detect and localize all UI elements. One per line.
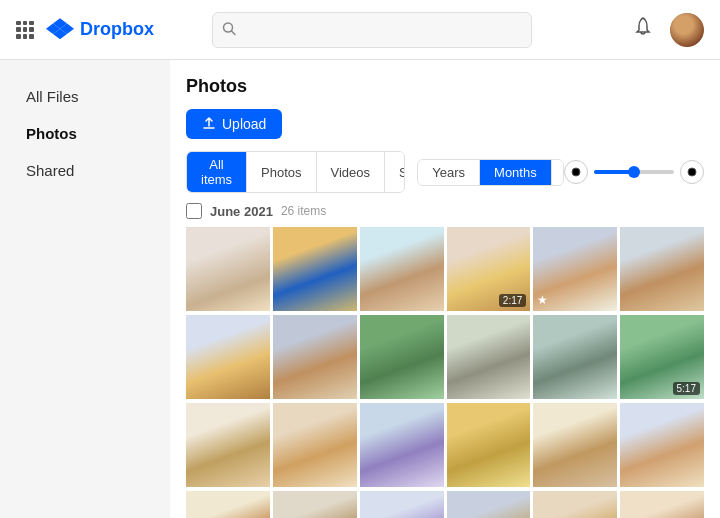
- app-grid-icon[interactable]: [16, 21, 34, 39]
- photo-item[interactable]: [533, 315, 617, 399]
- grid-dot: [29, 21, 34, 26]
- avatar[interactable]: [670, 13, 704, 47]
- filter-videos[interactable]: Videos: [317, 152, 386, 192]
- photo-item[interactable]: [360, 315, 444, 399]
- search-input[interactable]: [212, 12, 532, 48]
- photo-item[interactable]: [186, 403, 270, 487]
- photo-item[interactable]: [533, 403, 617, 487]
- zoom-out-button[interactable]: [564, 160, 588, 184]
- grid-dot: [16, 34, 21, 39]
- photo-grid-row1: 2:17 ★: [186, 227, 704, 311]
- section-title: June 2021: [210, 204, 273, 219]
- grid-dot: [16, 27, 21, 32]
- photo-item[interactable]: [273, 227, 357, 311]
- section-count: 26 items: [281, 204, 326, 218]
- zoom-in-button[interactable]: [680, 160, 704, 184]
- toolbar: Upload: [186, 109, 704, 139]
- photo-item[interactable]: [186, 491, 270, 518]
- time-days[interactable]: Days: [552, 160, 564, 185]
- svg-point-3: [572, 168, 580, 176]
- video-duration-badge: 2:17: [499, 294, 526, 307]
- photo-item[interactable]: [273, 315, 357, 399]
- photo-item[interactable]: [533, 491, 617, 518]
- zoom-control: [564, 160, 704, 184]
- section-select-all[interactable]: [186, 203, 202, 219]
- star-icon: ★: [537, 293, 548, 307]
- svg-point-6: [688, 168, 696, 176]
- grid-dot: [29, 34, 34, 39]
- photo-item[interactable]: ★: [533, 227, 617, 311]
- search-bar: [212, 12, 532, 48]
- dropbox-logo-icon: [46, 16, 74, 44]
- search-icon: [222, 21, 236, 38]
- filter-starred[interactable]: Starred: [385, 152, 405, 192]
- photo-item[interactable]: [186, 315, 270, 399]
- photo-grid-row3: [186, 403, 704, 487]
- filter-bar: All items Photos Videos Starred Years Mo…: [186, 151, 704, 193]
- upload-button[interactable]: Upload: [186, 109, 282, 139]
- main-layout: All Files Photos Shared Photos Upload Al…: [0, 60, 720, 518]
- sidebar-label-photos: Photos: [26, 125, 77, 142]
- grid-dot: [23, 21, 28, 26]
- photo-item[interactable]: [186, 227, 270, 311]
- app-header: Dropbox: [0, 0, 720, 60]
- photo-item[interactable]: [360, 491, 444, 518]
- svg-line-1: [232, 31, 236, 35]
- upload-label: Upload: [222, 116, 266, 132]
- zoom-in-icon: [687, 167, 697, 177]
- sidebar-label-all-files: All Files: [26, 88, 79, 105]
- photo-item[interactable]: [360, 227, 444, 311]
- sidebar-item-photos[interactable]: Photos: [16, 117, 154, 150]
- photo-item[interactable]: [447, 315, 531, 399]
- header-right: [632, 13, 704, 47]
- photo-item[interactable]: [447, 491, 531, 518]
- bell-icon[interactable]: [632, 16, 654, 43]
- photo-item[interactable]: [620, 491, 704, 518]
- main-content: Photos Upload All items Photos Videos St…: [170, 60, 720, 518]
- filter-group: All items Photos Videos Starred: [186, 151, 405, 193]
- logo-text: Dropbox: [80, 19, 154, 40]
- grid-dot: [23, 34, 28, 39]
- photo-grid-row2: 5:17: [186, 315, 704, 399]
- photo-item[interactable]: [620, 403, 704, 487]
- time-years[interactable]: Years: [418, 160, 480, 185]
- avatar-image: [670, 13, 704, 47]
- dropbox-logo[interactable]: Dropbox: [46, 16, 154, 44]
- sidebar: All Files Photos Shared: [0, 60, 170, 518]
- zoom-slider-thumb[interactable]: [628, 166, 640, 178]
- photo-item[interactable]: [620, 227, 704, 311]
- grid-dot: [29, 27, 34, 32]
- section-header: June 2021 26 items: [186, 203, 704, 219]
- filter-all-items[interactable]: All items: [187, 152, 247, 192]
- photo-item[interactable]: [360, 403, 444, 487]
- header-left: Dropbox: [16, 16, 154, 44]
- photo-item[interactable]: 2:17: [447, 227, 531, 311]
- filter-photos[interactable]: Photos: [247, 152, 316, 192]
- photo-grid-row4: [186, 491, 704, 518]
- photo-item[interactable]: [447, 403, 531, 487]
- grid-dot: [23, 27, 28, 32]
- photo-item[interactable]: 5:17: [620, 315, 704, 399]
- sidebar-label-shared: Shared: [26, 162, 74, 179]
- page-title: Photos: [186, 76, 704, 97]
- upload-icon: [202, 117, 216, 131]
- time-months[interactable]: Months: [480, 160, 552, 185]
- sidebar-item-all-files[interactable]: All Files: [16, 80, 154, 113]
- video-duration-badge: 5:17: [673, 382, 700, 395]
- time-group: Years Months Days: [417, 159, 564, 186]
- sidebar-item-shared[interactable]: Shared: [16, 154, 154, 187]
- grid-dot: [16, 21, 21, 26]
- zoom-slider-track: [594, 170, 674, 174]
- photo-item[interactable]: [273, 491, 357, 518]
- zoom-out-icon: [571, 167, 581, 177]
- photo-item[interactable]: [273, 403, 357, 487]
